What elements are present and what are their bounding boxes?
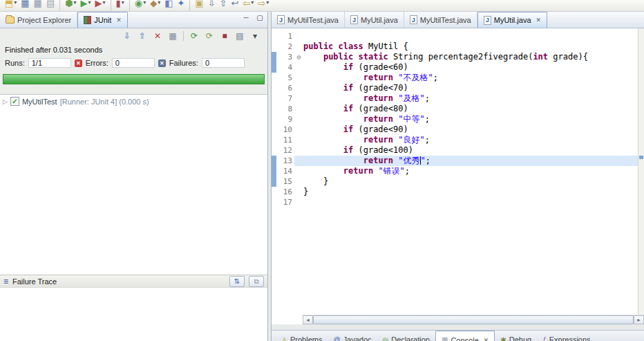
coverage-button[interactable]: ▮▾	[114, 0, 126, 11]
external-tools-button[interactable]: ▶▾	[93, 0, 108, 11]
back-button[interactable]: ⇦▾	[240, 0, 256, 11]
open-type-button[interactable]: ◧	[162, 0, 175, 11]
line-number[interactable]: 4	[276, 62, 294, 73]
code-text[interactable]: public static String percentage2fivegrad…	[303, 52, 638, 62]
print-button[interactable]: ▤	[44, 0, 57, 11]
code-line[interactable]: 9 return "中等";	[272, 114, 638, 125]
next-failed-test-button[interactable]: ⇩	[120, 30, 134, 42]
code-text[interactable]: return "良好";	[303, 135, 638, 145]
editor-tab[interactable]: JMyUtilTest.java	[404, 12, 477, 28]
code-line[interactable]: 11 return "良好";	[272, 135, 638, 145]
line-number[interactable]: 6	[276, 83, 294, 93]
view-menu-button[interactable]: ▾	[248, 30, 262, 42]
code-text[interactable]	[303, 31, 638, 42]
code-line[interactable]: 3⊖ public static String percentage2fiveg…	[272, 52, 638, 62]
test-run-history-button[interactable]: ▤	[233, 30, 247, 42]
debug-button[interactable]: ⬢▾	[63, 0, 78, 11]
mark-occurrences-button[interactable]: ▣	[193, 0, 205, 11]
run-button[interactable]: ▶▾	[79, 0, 93, 11]
line-number[interactable]: 8	[276, 104, 294, 114]
tab-declaration[interactable]: ◎Declaration	[377, 331, 435, 341]
code-line[interactable]: 14 return "错误";	[272, 166, 638, 176]
line-number[interactable]: 2	[276, 42, 294, 52]
line-number[interactable]: 5	[276, 73, 294, 83]
code-line[interactable]: 2public class MyUtil {	[272, 42, 638, 52]
dropdown-caret-icon[interactable]: ▾	[266, 0, 269, 11]
java-editor[interactable]: 12public class MyUtil {3⊖ public static …	[272, 28, 644, 315]
show-failures-only-button[interactable]: ✕	[151, 30, 164, 42]
dropdown-caret-icon[interactable]: ▾	[103, 0, 106, 11]
tab-expressions[interactable]: ƒExpressions	[537, 331, 596, 341]
code-text[interactable]	[303, 197, 638, 208]
line-number[interactable]: 11	[276, 135, 294, 145]
line-number[interactable]: 10	[276, 125, 294, 135]
tab-problems[interactable]: ⚠Problems	[276, 331, 328, 341]
tab-javadoc[interactable]: @Javadoc	[328, 331, 377, 341]
last-edit-location-button[interactable]: ↩	[229, 0, 240, 11]
rerun-test-button[interactable]: ⟳	[187, 30, 201, 42]
previous-failed-test-button[interactable]: ⇧	[135, 30, 149, 42]
code-line[interactable]: 7 return "及格";	[272, 93, 638, 104]
editor-tab[interactable]: JMyUtilTest.java	[272, 12, 345, 28]
dropdown-caret-icon[interactable]: ▾	[251, 0, 254, 11]
line-number[interactable]: 7	[276, 93, 294, 104]
code-line[interactable]: 8 if (grade<80)	[272, 104, 638, 114]
show-skipped-tests-button[interactable]: ▦	[166, 30, 180, 42]
previous-annotation-button[interactable]: ⇧	[218, 0, 229, 11]
new-package-button[interactable]: ◆▾	[148, 0, 162, 11]
save-button[interactable]: ▦	[19, 0, 31, 11]
scrollbar-thumb[interactable]	[313, 315, 634, 324]
new-java-class-button[interactable]: ◉▾	[133, 0, 148, 11]
code-text[interactable]: return "优秀";	[303, 156, 638, 166]
horizontal-scrollbar[interactable]: ◄ ►	[303, 315, 644, 324]
dropdown-caret-icon[interactable]: ▾	[158, 0, 160, 11]
line-number[interactable]: 14	[276, 166, 294, 176]
close-icon[interactable]: ✕	[536, 17, 542, 24]
test-tree-item[interactable]: ▷ ✓ MyUtilTest [Runner: JUnit 4] (0.000 …	[0, 95, 267, 106]
new-wizard-button[interactable]: ⬒▾	[3, 0, 19, 11]
code-text[interactable]: if (grade<100)	[303, 145, 638, 156]
overview-ruler[interactable]	[638, 28, 644, 315]
next-annotation-button[interactable]: ⇩	[206, 0, 218, 11]
search-button[interactable]: ✦	[175, 0, 187, 11]
code-line[interactable]: 17	[272, 197, 638, 208]
close-icon[interactable]: ✕	[484, 337, 489, 341]
line-number[interactable]: 17	[276, 197, 294, 208]
line-number[interactable]: 9	[276, 114, 294, 125]
tab-project-explorer[interactable]: Project Explorer	[0, 12, 77, 28]
code-text[interactable]: return "不及格";	[303, 73, 638, 83]
stack-trace-filter-icon[interactable]: ⇅	[229, 276, 245, 287]
line-number[interactable]: 3	[276, 52, 294, 62]
code-text[interactable]: }	[303, 187, 638, 197]
dropdown-caret-icon[interactable]: ▾	[143, 0, 146, 11]
code-text[interactable]: public class MyUtil {	[303, 42, 638, 52]
code-line[interactable]: 12 if (grade<100)	[272, 145, 638, 156]
dropdown-caret-icon[interactable]: ▾	[88, 0, 91, 11]
code-text[interactable]: return "及格";	[303, 93, 638, 104]
tab-debug[interactable]: ✱Debug	[495, 331, 537, 341]
code-line[interactable]: 5 return "不及格";	[272, 73, 638, 83]
tab-console[interactable]: ▥Console✕	[435, 331, 495, 341]
forward-button[interactable]: ⇨▾	[256, 0, 271, 11]
close-icon[interactable]: ✕	[116, 17, 122, 24]
code-text[interactable]: if (grade<90)	[303, 125, 638, 135]
save-all-button[interactable]: ▦	[32, 0, 44, 11]
line-number[interactable]: 13	[276, 156, 294, 166]
stop-test-run-button[interactable]: ■	[218, 30, 231, 42]
tab-junit[interactable]: JUnit ✕	[77, 12, 128, 28]
line-number[interactable]: 12	[276, 145, 294, 156]
code-line[interactable]: 1	[272, 31, 638, 42]
compare-result-icon[interactable]: ⧉	[249, 276, 264, 287]
code-text[interactable]: return "错误";	[303, 166, 638, 176]
code-text[interactable]: }	[303, 176, 638, 187]
line-number[interactable]: 15	[276, 176, 294, 187]
code-line[interactable]: 4 if (grade<60)	[272, 62, 638, 73]
code-line[interactable]: 16}	[272, 187, 638, 197]
rerun-failed-first-button[interactable]: ⟳	[202, 30, 216, 42]
code-line[interactable]: 15 }	[272, 176, 638, 187]
editor-tab[interactable]: JMyUtil.java✕	[477, 12, 547, 28]
code-line[interactable]: 6 if (grade<70)	[272, 83, 638, 93]
line-number[interactable]: 1	[276, 31, 294, 42]
code-text[interactable]: if (grade<80)	[303, 104, 638, 114]
code-line[interactable]: 10 if (grade<90)	[272, 125, 638, 135]
